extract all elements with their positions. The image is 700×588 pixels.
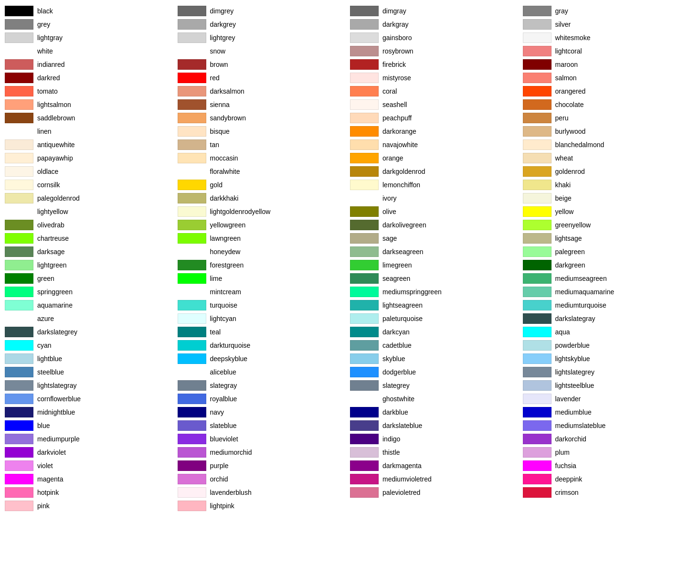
color-name-slategrey: slategrey xyxy=(382,382,410,389)
swatch-slategrey xyxy=(350,380,379,391)
swatch-orangered xyxy=(523,86,552,96)
color-name-honeydew: honeydew xyxy=(210,248,241,256)
swatch-chartreuse xyxy=(5,233,33,244)
swatch-mediumspringgreen xyxy=(350,287,379,297)
color-row: lightblue xyxy=(5,353,178,365)
swatch-mediumpurple xyxy=(5,434,33,444)
color-name-darkgray: darkgray xyxy=(382,21,408,28)
color-row: red xyxy=(178,72,350,84)
color-row: lightgoldenrodyellow xyxy=(178,205,350,218)
swatch-burlywood xyxy=(523,126,552,137)
color-name-purple: purple xyxy=(210,462,229,470)
swatch-lightsteelblue xyxy=(523,380,552,391)
color-name-dimgrey: dimgrey xyxy=(210,7,234,15)
color-row: darkblue xyxy=(350,406,523,418)
color-row: papayawhip xyxy=(5,152,178,164)
swatch-royalblue xyxy=(178,394,206,404)
color-row: darkgoldenrod xyxy=(350,165,523,178)
color-row: palegoldenrod xyxy=(5,192,178,204)
color-row: black xyxy=(5,5,178,17)
color-name-limegreen: limegreen xyxy=(382,261,412,269)
swatch-magenta xyxy=(5,474,33,484)
swatch-gainsboro xyxy=(350,32,379,43)
color-row: sandybrown xyxy=(178,112,350,124)
color-name-mintcream: mintcream xyxy=(210,288,241,296)
color-name-green: green xyxy=(37,275,54,282)
color-name-navy: navy xyxy=(210,408,224,416)
color-row: lightslategrey xyxy=(523,366,696,378)
color-name-blanchedalmond: blanchedalmond xyxy=(555,141,605,149)
swatch-cornsilk xyxy=(5,180,33,190)
swatch-indianred xyxy=(5,59,33,70)
color-row: orange xyxy=(350,152,523,164)
color-name-lightgrey: lightgrey xyxy=(210,34,235,42)
color-name-chartreuse: chartreuse xyxy=(37,235,69,242)
swatch-mediumslateblue xyxy=(523,420,552,431)
color-row: darkgreen xyxy=(523,259,696,271)
color-row: fuchsia xyxy=(523,460,696,472)
color-row: crimson xyxy=(523,486,696,499)
swatch-darkgoldenrod xyxy=(350,166,379,177)
swatch-palevioletred xyxy=(350,487,379,498)
swatch-antiquewhite xyxy=(5,139,33,150)
swatch-coral xyxy=(350,86,379,96)
color-row: darkred xyxy=(5,72,178,84)
color-name-lightcyan: lightcyan xyxy=(210,315,236,322)
swatch-darkviolet xyxy=(5,447,33,458)
color-name-darkslategray: darkslategray xyxy=(555,315,595,322)
swatch-dimgrey xyxy=(178,6,206,16)
color-name-indianred: indianred xyxy=(37,61,65,68)
color-row: sienna xyxy=(178,98,350,111)
color-name-lightpink: lightpink xyxy=(210,502,234,510)
swatch-deepskyblue xyxy=(178,353,206,364)
color-name-oldlace: oldlace xyxy=(37,168,58,175)
color-row: dimgrey xyxy=(178,5,350,17)
color-row: thistle xyxy=(350,446,523,459)
swatch-lavender xyxy=(523,394,552,404)
swatch-red xyxy=(178,73,206,83)
color-row: lightgreen xyxy=(5,259,178,271)
swatch-olivedrab xyxy=(5,220,33,230)
color-grid: blackgreylightgraywhiteindianreddarkredt… xyxy=(5,5,695,512)
color-name-bisque: bisque xyxy=(210,128,230,135)
color-name-coral: coral xyxy=(382,87,397,95)
color-row: blueviolet xyxy=(178,433,350,445)
color-row: blue xyxy=(5,419,178,432)
color-name-aqua: aqua xyxy=(555,328,570,336)
swatch-lawngreen xyxy=(178,233,206,244)
color-row: darkviolet xyxy=(5,446,178,459)
color-name-mediumaquamarine: mediumaquamarine xyxy=(555,288,615,296)
color-name-peru: peru xyxy=(555,114,569,122)
color-row: chocolate xyxy=(523,98,696,111)
color-row: mediumspringgreen xyxy=(350,286,523,298)
color-row: lightseagreen xyxy=(350,299,523,311)
color-name-paleturquoise: paleturquoise xyxy=(382,315,423,322)
color-row: lime xyxy=(178,272,350,285)
color-row: chartreuse xyxy=(5,232,178,245)
color-row: grey xyxy=(5,18,178,31)
swatch-azure xyxy=(5,313,33,324)
color-row: darkslateblue xyxy=(350,419,523,432)
swatch-lightcyan xyxy=(178,313,206,324)
swatch-navy xyxy=(178,407,206,417)
color-row: turquoise xyxy=(178,299,350,311)
swatch-springgreen xyxy=(5,287,33,297)
swatch-brown xyxy=(178,59,206,70)
color-name-lightskyblue: lightskyblue xyxy=(555,355,590,363)
color-row: mediumorchid xyxy=(178,446,350,459)
swatch-darkkhaki xyxy=(178,193,206,203)
color-row: darksage xyxy=(5,246,178,258)
color-row: blanchedalmond xyxy=(523,139,696,151)
color-name-cornflowerblue: cornflowerblue xyxy=(37,395,81,403)
swatch-turquoise xyxy=(178,300,206,310)
swatch-chocolate xyxy=(523,99,552,110)
color-name-deeppink: deeppink xyxy=(555,475,583,483)
swatch-mintcream xyxy=(178,287,206,297)
color-row: navy xyxy=(178,406,350,418)
color-name-antiquewhite: antiquewhite xyxy=(37,141,75,149)
color-name-khaki: khaki xyxy=(555,181,571,189)
color-name-thistle: thistle xyxy=(382,449,400,456)
swatch-blanchedalmond xyxy=(523,139,552,150)
color-name-seashell: seashell xyxy=(382,101,407,108)
swatch-cornflowerblue xyxy=(5,394,33,404)
